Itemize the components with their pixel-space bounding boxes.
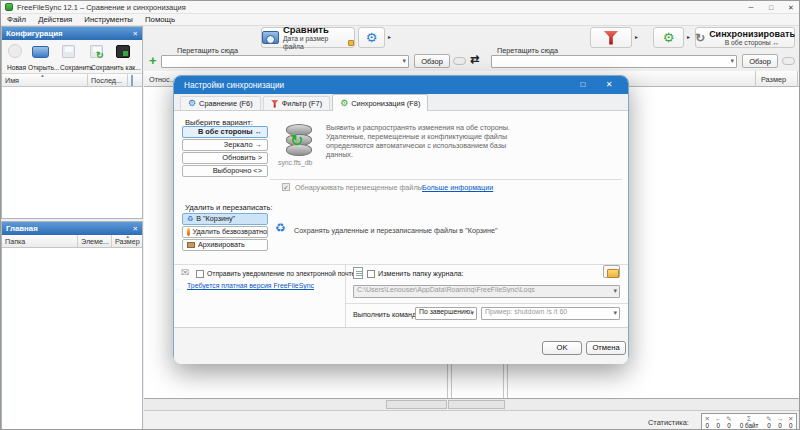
window-titlebar: FreeFileSync 12.1 – Сравнение и синхрони… <box>1 1 800 14</box>
log-folder-checkbox[interactable] <box>367 270 375 278</box>
stat-value: 0 <box>727 422 731 429</box>
tab-filter-label: Фильтр (F7) <box>282 99 322 108</box>
maximize-icon[interactable]: □ <box>761 1 781 14</box>
overview-list[interactable] <box>2 248 142 430</box>
add-folder-pair-icon[interactable]: + <box>149 55 157 67</box>
open-config-icon[interactable] <box>32 46 49 58</box>
compare-button[interactable]: Сравнить Дата и размер файла <box>261 27 355 48</box>
tab-filter[interactable]: Фильтр (F7) <box>263 96 330 110</box>
chevron-right-icon[interactable]: ▸ <box>635 33 638 40</box>
archive-icon <box>187 242 195 248</box>
config-list[interactable] <box>2 87 142 218</box>
column-items-label: Элеме... <box>81 237 109 246</box>
menu-tools[interactable]: Инструменты <box>78 15 139 24</box>
swap-sides-icon[interactable]: ⇄ <box>469 52 480 67</box>
chevron-right-icon[interactable]: ▸ <box>388 33 391 40</box>
command-input[interactable]: Пример: shutdown /s /t 60 ▾ <box>481 307 620 320</box>
command-trigger-select[interactable]: По завершению: ▾ <box>415 307 477 320</box>
cancel-button[interactable]: Отмена <box>586 341 626 355</box>
column-size[interactable]: Размер ▲ <box>112 235 142 247</box>
column-items[interactable]: Элеме... <box>78 235 112 247</box>
right-browse-button[interactable]: Обзор <box>742 54 778 68</box>
close-icon[interactable]: ✕ <box>596 76 622 94</box>
config-toolbar: ↻ <box>2 40 142 64</box>
clock-icon <box>348 40 354 46</box>
delete-permanently-button[interactable]: Удалить безвозвратно <box>182 226 268 238</box>
minimize-icon[interactable]: ─ <box>741 1 761 14</box>
sync-settings-button[interactable]: ⚙ <box>653 27 684 48</box>
data-stat: Σ 0 байт <box>734 414 764 429</box>
left-cloud-button[interactable] <box>453 57 466 65</box>
new-config-icon[interactable] <box>8 44 22 58</box>
menu-file[interactable]: Файл <box>1 15 32 24</box>
menu-help[interactable]: Помощь <box>139 15 181 24</box>
tab-comparison[interactable]: ⚙ Сравнение (F6) <box>180 96 261 110</box>
ok-button[interactable]: OK <box>542 341 582 355</box>
filter-button[interactable] <box>590 27 632 48</box>
variant-mirror-button[interactable]: Зеркало → <box>182 139 268 151</box>
column-last-sync-label: Послед... <box>91 76 122 85</box>
close-icon[interactable]: ✕ <box>133 225 138 233</box>
compare-settings-button[interactable]: ⚙ <box>358 27 385 48</box>
chevron-down-icon[interactable]: ▾ <box>613 309 617 317</box>
variant-update-button[interactable]: Обновить > <box>182 152 268 164</box>
tab-synchronization[interactable]: ⚙ Синхронизация (F8) <box>332 94 428 111</box>
overview-panel: Главная ✕ Папка Элеме... Размер ▲ <box>1 221 143 430</box>
right-cloud-button[interactable] <box>782 57 795 65</box>
delete-right-icon: ✕ <box>788 415 793 422</box>
email-checkbox[interactable] <box>196 270 204 278</box>
email-label: Отправить уведомление по электронной поч… <box>207 270 357 277</box>
save-config-label: Сохранить <box>60 64 93 71</box>
recycle-icon: ♻ <box>275 221 286 235</box>
versioning-button[interactable]: Архивировать <box>182 239 268 251</box>
column-last-sync[interactable]: Послед... <box>88 74 128 86</box>
config-toolbar-labels: Новая Открыть... Сохранить Сохранить как… <box>2 64 142 74</box>
chevron-down-icon[interactable]: ▾ <box>470 309 474 317</box>
save-batch-icon[interactable] <box>116 45 130 58</box>
detect-moved-checkbox[interactable]: ✓ <box>282 183 290 191</box>
create-right-icon: ✎ <box>766 415 771 422</box>
stat-value: 0 <box>778 422 782 429</box>
maximize-icon[interactable]: □ <box>570 76 596 94</box>
recycle-bin-button[interactable]: ♻ В "Корзину" <box>182 213 268 225</box>
column-folder[interactable]: Папка <box>2 235 78 247</box>
close-icon[interactable]: ✕ <box>781 1 800 14</box>
dialog-body: Выберите вариант: В обе стороны ↔ Зеркал… <box>174 111 628 364</box>
versioning-label: Архивировать <box>198 240 245 250</box>
menu-actions[interactable]: Действия <box>32 15 78 24</box>
column-name[interactable]: Имя ▲ <box>2 74 88 86</box>
variant-two-way-button[interactable]: В обе стороны ↔ <box>182 126 268 138</box>
size-column[interactable]: Размер <box>761 75 786 84</box>
gear-icon: ⚙ <box>366 31 378 44</box>
window-title: FreeFileSync 12.1 – Сравнение и синхрони… <box>17 3 186 12</box>
left-folder-input[interactable]: ▾ <box>161 55 409 68</box>
create-right-stat: ✎ 0 <box>764 414 774 429</box>
log-path-input[interactable]: C:\Users\Lenouser\AppData\Roaming\FreeFi… <box>353 285 620 298</box>
close-icon[interactable]: ✕ <box>133 30 138 38</box>
gear-icon: ⚙ <box>188 99 196 108</box>
chevron-right-icon[interactable]: ▸ <box>687 33 690 40</box>
command-placeholder: Пример: shutdown /s /t 60 <box>482 308 567 315</box>
column-folder-label: Папка <box>5 237 25 246</box>
overview-columns: Папка Элеме... Размер ▲ <box>2 235 142 248</box>
dialog-footer: OK Отмена <box>174 327 628 364</box>
left-browse-button[interactable]: Обзор <box>414 54 450 68</box>
scrollbar-cell[interactable] <box>386 400 447 409</box>
chevron-down-icon[interactable]: ▾ <box>730 57 734 65</box>
relative-path-column[interactable]: Относ... <box>149 75 176 84</box>
recycle-note: Сохранять удаленные и перезаписанные фай… <box>294 226 498 235</box>
column-icon-cell[interactable] <box>128 74 142 86</box>
save-config-icon[interactable] <box>62 45 75 58</box>
more-info-link[interactable]: Больше информации <box>422 183 493 192</box>
synchronize-button[interactable]: ↻ Синхронизировать В обе стороны ↔ <box>695 27 795 48</box>
chevron-down-icon[interactable]: ▾ <box>613 287 617 295</box>
variant-custom-button[interactable]: Выборочно <> <box>182 165 268 177</box>
folder-picker-button[interactable] <box>603 265 620 278</box>
right-folder-input[interactable]: ▾ <box>491 55 737 68</box>
scrollbar-cell[interactable] <box>448 400 505 409</box>
email-upgrade-link[interactable]: Требуется платная версия FreeFileSync <box>187 282 314 289</box>
chevron-down-icon[interactable]: ▾ <box>402 57 406 65</box>
sort-icon: ▲ <box>40 74 44 78</box>
update-right-icon: → <box>777 415 784 422</box>
delete-permanently-label: Удалить безвозвратно <box>193 227 267 237</box>
